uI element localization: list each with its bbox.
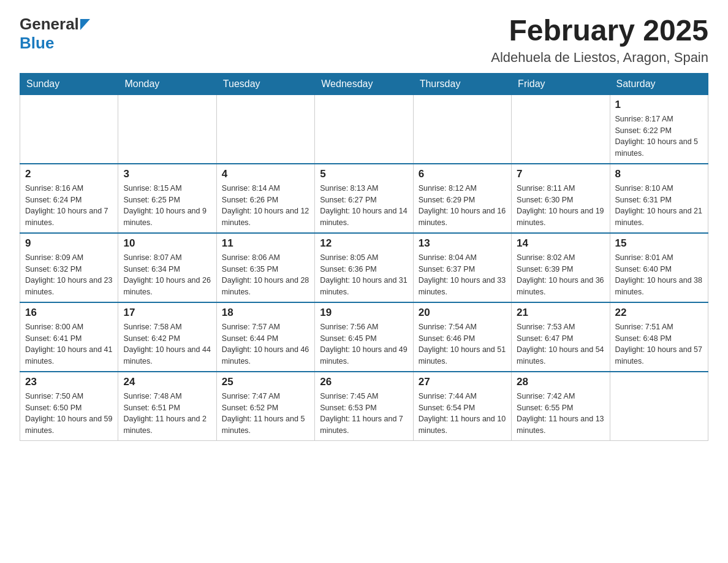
calendar-day-cell: 28Sunrise: 7:42 AMSunset: 6:55 PMDayligh… — [512, 372, 610, 441]
calendar-body: 1Sunrise: 8:17 AMSunset: 6:22 PMDaylight… — [20, 94, 708, 440]
day-number: 7 — [517, 168, 604, 180]
day-number: 24 — [123, 376, 211, 388]
day-info: Sunrise: 8:05 AMSunset: 6:36 PMDaylight:… — [320, 252, 408, 298]
day-info: Sunrise: 8:06 AMSunset: 6:35 PMDaylight:… — [222, 252, 309, 298]
day-info: Sunrise: 7:58 AMSunset: 6:42 PMDaylight:… — [123, 321, 211, 367]
day-of-week-header: Monday — [118, 73, 216, 94]
calendar-day-cell: 23Sunrise: 7:50 AMSunset: 6:50 PMDayligh… — [20, 372, 118, 441]
calendar-day-cell: 7Sunrise: 8:11 AMSunset: 6:30 PMDaylight… — [512, 164, 610, 233]
calendar-day-cell: 24Sunrise: 7:48 AMSunset: 6:51 PMDayligh… — [118, 372, 216, 441]
day-number: 4 — [222, 168, 309, 180]
day-info: Sunrise: 7:42 AMSunset: 6:55 PMDaylight:… — [517, 391, 604, 437]
day-number: 27 — [419, 376, 506, 388]
calendar-title: February 2025 — [491, 15, 708, 47]
day-info: Sunrise: 8:13 AMSunset: 6:27 PMDaylight:… — [320, 183, 408, 229]
calendar-day-cell: 16Sunrise: 8:00 AMSunset: 6:41 PMDayligh… — [20, 302, 118, 372]
calendar-day-cell: 12Sunrise: 8:05 AMSunset: 6:36 PMDayligh… — [315, 233, 413, 302]
calendar-day-cell — [315, 94, 413, 164]
day-number: 26 — [320, 376, 408, 388]
day-of-week-header: Friday — [512, 73, 610, 94]
calendar-day-cell: 25Sunrise: 7:47 AMSunset: 6:52 PMDayligh… — [216, 372, 314, 441]
calendar-day-cell: 14Sunrise: 8:02 AMSunset: 6:39 PMDayligh… — [512, 233, 610, 302]
day-number: 3 — [123, 168, 211, 180]
logo: General Blue — [20, 15, 90, 53]
day-info: Sunrise: 8:02 AMSunset: 6:39 PMDaylight:… — [517, 252, 604, 298]
page-header: General Blue February 2025 Aldehuela de … — [20, 15, 708, 66]
day-number: 2 — [25, 168, 113, 180]
day-of-week-header: Wednesday — [315, 73, 413, 94]
calendar-day-cell: 18Sunrise: 7:57 AMSunset: 6:44 PMDayligh… — [216, 302, 314, 372]
calendar-day-cell — [610, 372, 708, 441]
calendar-day-cell: 6Sunrise: 8:12 AMSunset: 6:29 PMDaylight… — [413, 164, 511, 233]
day-number: 12 — [320, 237, 408, 250]
calendar-day-cell: 2Sunrise: 8:16 AMSunset: 6:24 PMDaylight… — [20, 164, 118, 233]
calendar-day-cell: 26Sunrise: 7:45 AMSunset: 6:53 PMDayligh… — [315, 372, 413, 441]
day-info: Sunrise: 7:47 AMSunset: 6:52 PMDaylight:… — [222, 391, 309, 437]
calendar-day-cell: 15Sunrise: 8:01 AMSunset: 6:40 PMDayligh… — [610, 233, 708, 302]
calendar-day-cell: 8Sunrise: 8:10 AMSunset: 6:31 PMDaylight… — [610, 164, 708, 233]
day-number: 13 — [419, 237, 506, 250]
day-number: 5 — [320, 168, 408, 180]
days-of-week-row: SundayMondayTuesdayWednesdayThursdayFrid… — [20, 73, 708, 94]
calendar-week-row: 23Sunrise: 7:50 AMSunset: 6:50 PMDayligh… — [20, 372, 708, 441]
day-info: Sunrise: 7:44 AMSunset: 6:54 PMDaylight:… — [419, 391, 506, 437]
calendar-day-cell: 3Sunrise: 8:15 AMSunset: 6:25 PMDaylight… — [118, 164, 216, 233]
day-info: Sunrise: 7:48 AMSunset: 6:51 PMDaylight:… — [123, 391, 211, 437]
calendar-day-cell: 17Sunrise: 7:58 AMSunset: 6:42 PMDayligh… — [118, 302, 216, 372]
day-info: Sunrise: 7:50 AMSunset: 6:50 PMDaylight:… — [25, 391, 113, 437]
calendar-day-cell: 20Sunrise: 7:54 AMSunset: 6:46 PMDayligh… — [413, 302, 511, 372]
calendar-week-row: 9Sunrise: 8:09 AMSunset: 6:32 PMDaylight… — [20, 233, 708, 302]
calendar-day-cell: 19Sunrise: 7:56 AMSunset: 6:45 PMDayligh… — [315, 302, 413, 372]
day-info: Sunrise: 8:14 AMSunset: 6:26 PMDaylight:… — [222, 183, 309, 229]
calendar-day-cell — [512, 94, 610, 164]
day-of-week-header: Saturday — [610, 73, 708, 94]
day-number: 8 — [615, 168, 703, 180]
calendar-subtitle: Aldehuela de Liestos, Aragon, Spain — [491, 50, 708, 66]
day-info: Sunrise: 8:04 AMSunset: 6:37 PMDaylight:… — [419, 252, 506, 298]
day-number: 25 — [222, 376, 309, 388]
logo-arrow-icon — [80, 19, 90, 30]
calendar-day-cell: 21Sunrise: 7:53 AMSunset: 6:47 PMDayligh… — [512, 302, 610, 372]
day-number: 10 — [123, 237, 211, 250]
day-info: Sunrise: 7:57 AMSunset: 6:44 PMDaylight:… — [222, 321, 309, 367]
calendar-day-cell: 5Sunrise: 8:13 AMSunset: 6:27 PMDaylight… — [315, 164, 413, 233]
calendar-day-cell: 9Sunrise: 8:09 AMSunset: 6:32 PMDaylight… — [20, 233, 118, 302]
day-info: Sunrise: 8:09 AMSunset: 6:32 PMDaylight:… — [25, 252, 113, 298]
calendar-table: SundayMondayTuesdayWednesdayThursdayFrid… — [20, 73, 708, 441]
calendar-day-cell: 27Sunrise: 7:44 AMSunset: 6:54 PMDayligh… — [413, 372, 511, 441]
day-number: 14 — [517, 237, 604, 250]
calendar-day-cell: 11Sunrise: 8:06 AMSunset: 6:35 PMDayligh… — [216, 233, 314, 302]
day-info: Sunrise: 8:15 AMSunset: 6:25 PMDaylight:… — [123, 183, 211, 229]
day-info: Sunrise: 7:45 AMSunset: 6:53 PMDaylight:… — [320, 391, 408, 437]
calendar-day-cell: 13Sunrise: 8:04 AMSunset: 6:37 PMDayligh… — [413, 233, 511, 302]
day-number: 18 — [222, 307, 309, 319]
day-number: 19 — [320, 307, 408, 319]
day-number: 11 — [222, 237, 309, 250]
day-number: 20 — [419, 307, 506, 319]
day-info: Sunrise: 8:07 AMSunset: 6:34 PMDaylight:… — [123, 252, 211, 298]
calendar-day-cell — [20, 94, 118, 164]
calendar-day-cell: 22Sunrise: 7:51 AMSunset: 6:48 PMDayligh… — [610, 302, 708, 372]
calendar-header: SundayMondayTuesdayWednesdayThursdayFrid… — [20, 73, 708, 94]
day-number: 28 — [517, 376, 604, 388]
day-info: Sunrise: 8:00 AMSunset: 6:41 PMDaylight:… — [25, 321, 113, 367]
day-info: Sunrise: 8:16 AMSunset: 6:24 PMDaylight:… — [25, 183, 113, 229]
svg-marker-0 — [80, 19, 90, 30]
day-number: 23 — [25, 376, 113, 388]
logo-general-text: General — [20, 15, 79, 34]
day-number: 21 — [517, 307, 604, 319]
calendar-day-cell — [118, 94, 216, 164]
day-of-week-header: Sunday — [20, 73, 118, 94]
day-number: 16 — [25, 307, 113, 319]
day-info: Sunrise: 7:56 AMSunset: 6:45 PMDaylight:… — [320, 321, 408, 367]
day-number: 17 — [123, 307, 211, 319]
day-info: Sunrise: 8:10 AMSunset: 6:31 PMDaylight:… — [615, 183, 703, 229]
day-number: 15 — [615, 237, 703, 250]
day-info: Sunrise: 7:53 AMSunset: 6:47 PMDaylight:… — [517, 321, 604, 367]
calendar-day-cell: 4Sunrise: 8:14 AMSunset: 6:26 PMDaylight… — [216, 164, 314, 233]
title-block: February 2025 Aldehuela de Liestos, Arag… — [491, 15, 708, 66]
day-number: 6 — [419, 168, 506, 180]
calendar-week-row: 16Sunrise: 8:00 AMSunset: 6:41 PMDayligh… — [20, 302, 708, 372]
day-number: 9 — [25, 237, 113, 250]
calendar-day-cell — [216, 94, 314, 164]
